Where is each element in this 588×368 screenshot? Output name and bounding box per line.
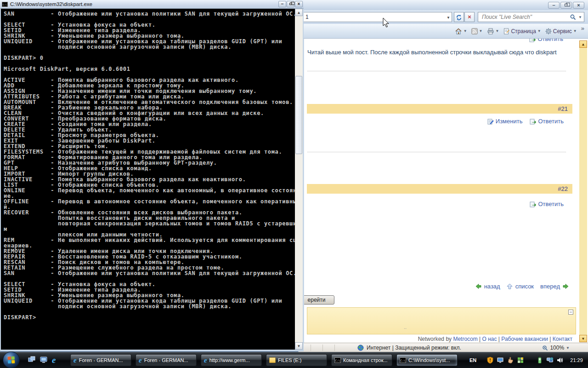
footer-link[interactable]: Metrocom <box>453 336 477 342</box>
taskbar-clock[interactable]: 21:29 <box>570 357 583 363</box>
folder-icon <box>269 357 276 363</box>
forum-post-text: Читай выше мой пост. После каждой выполн… <box>307 49 557 56</box>
refresh-button[interactable] <box>454 12 464 22</box>
taskbar-button[interactable]: FILES (E:) <box>266 354 327 366</box>
footer-prefix: Networked by <box>418 336 452 342</box>
nav-list-link[interactable]: список <box>507 283 534 290</box>
nav-back-link[interactable]: назад <box>475 283 500 290</box>
console-title: C:\Windows\system32\diskpart.exe <box>10 1 92 7</box>
feeds-dropdown-icon[interactable]: ▼ <box>479 29 483 33</box>
panel-collapse-icon[interactable]: – <box>568 310 573 315</box>
console-scroll-down-icon[interactable]: ▼ <box>295 342 303 350</box>
console-close-button[interactable]: × <box>295 1 303 7</box>
scroll-down-icon[interactable]: ▼ <box>579 335 587 342</box>
gear-icon <box>545 28 552 34</box>
console-restore-button[interactable] <box>287 1 294 7</box>
page-menu-button[interactable]: Страница ▼ <box>503 28 541 34</box>
console-scroll-up-icon[interactable]: ▲ <box>295 9 303 16</box>
browser-titlebar[interactable]: – × <box>299 0 588 10</box>
search-dropdown-icon[interactable]: ▼ <box>578 15 582 19</box>
zoom-dropdown-icon[interactable]: ▼ <box>566 346 570 350</box>
console-text: SAN - Отображение или установка политики… <box>4 11 296 320</box>
rss-feed-icon <box>471 28 478 34</box>
go-button[interactable]: ерейти <box>304 295 334 305</box>
search-icon[interactable] <box>570 14 576 20</box>
stop-button[interactable]: × <box>464 12 475 22</box>
browser-restore-button[interactable] <box>560 2 572 9</box>
address-dropdown-icon[interactable]: ▼ <box>447 16 450 20</box>
home-button[interactable]: ▼ <box>455 28 467 35</box>
reply-link[interactable]: Ответить <box>530 118 564 125</box>
browser-window: – × 1 ▼ × Поиск "Live Search" <box>298 0 588 352</box>
address-input[interactable]: 1 ▼ <box>300 12 452 22</box>
post-22-number[interactable]: #22 <box>558 185 568 192</box>
tray-battery-icon[interactable] <box>536 356 543 364</box>
footer-link[interactable]: О нас <box>482 336 497 342</box>
tools-menu-button[interactable]: Сервис ▼ <box>545 28 577 34</box>
browser-minimize-button[interactable]: – <box>548 2 560 9</box>
tray-hand-icon[interactable] <box>507 356 514 364</box>
post-21-actions: Изменить Ответить <box>487 118 564 125</box>
desktop: – × 1 ▼ × Поиск "Live Search" <box>0 0 588 368</box>
quick-launch-bar: e <box>28 356 60 364</box>
taskbar-button[interactable]: C:\C:\Windows\syst... <box>396 354 458 366</box>
tray-display-icon[interactable] <box>497 356 504 364</box>
print-button[interactable]: ▼ <box>487 28 499 35</box>
edit-label: Изменить <box>496 118 523 125</box>
language-indicator[interactable]: EN <box>469 357 476 363</box>
post-21-number[interactable]: #21 <box>558 105 568 112</box>
internet-explorer-icon[interactable]: e <box>52 356 60 364</box>
feeds-button[interactable]: ▼ <box>471 28 483 34</box>
taskbar-button[interactable]: C:\Командная строк... <box>331 354 392 366</box>
edit-link[interactable]: Изменить <box>487 118 523 125</box>
footer-links: Metrocom | О нас | Рабочие вакансии | Ко… <box>453 336 572 342</box>
nav-forward-link[interactable]: вперед <box>540 283 569 290</box>
refresh-icon <box>456 14 462 20</box>
scroll-up-icon[interactable]: ▲ <box>579 40 587 48</box>
footer-link[interactable]: Контакт <box>553 336 572 342</box>
post-separator <box>307 71 566 71</box>
taskbar-button[interactable]: eForen - GERMAN... <box>70 354 131 366</box>
forum-page-content: Ответить Читай выше мой пост. После кажд… <box>304 39 588 343</box>
tray-app-icon[interactable] <box>517 356 524 364</box>
address-value: 1 <box>305 14 309 20</box>
taskbar-button[interactable]: ehttp://www.germ... <box>201 354 262 366</box>
print-dropdown-icon[interactable]: ▼ <box>496 29 499 33</box>
console-app-icon: C:\ <box>2 2 8 7</box>
reply-link[interactable]: Ответить <box>530 201 564 207</box>
footer-link[interactable]: Рабочие вакансии <box>501 336 548 342</box>
search-placeholder: Поиск "Live Search" <box>482 14 532 20</box>
top-reply-link-clipped[interactable]: Ответить <box>529 39 563 42</box>
post-separator <box>307 152 566 152</box>
tray-network-icon[interactable] <box>546 356 554 364</box>
internet-explorer-icon: e <box>204 357 207 363</box>
page-dropdown-icon[interactable]: ▼ <box>537 29 541 33</box>
tray-security-shield-icon[interactable] <box>486 356 494 364</box>
reply22-label: Ответить <box>538 201 564 207</box>
home-dropdown-icon[interactable]: ▼ <box>464 29 467 33</box>
quick-reply-panel: – .. <box>307 307 576 334</box>
post-22-header-bar: #22 <box>307 184 572 194</box>
console-window-border <box>0 350 304 351</box>
page-scrollbar[interactable]: ▲ ▼ <box>579 40 587 342</box>
console-minimize-button[interactable]: – <box>278 1 286 7</box>
taskbar-button-label: http://www.germ... <box>209 357 250 363</box>
edit-icon <box>487 118 494 125</box>
tools-dropdown-icon[interactable]: ▼ <box>573 29 577 33</box>
taskbar-button[interactable]: eForen - GERMAN... <box>136 354 197 366</box>
show-desktop-icon[interactable] <box>40 356 48 364</box>
console-scrollbar-thumb[interactable] <box>295 76 302 154</box>
search-input[interactable]: Поиск "Live Search" ▼ <box>478 12 584 22</box>
tray-volume-icon[interactable] <box>556 356 564 364</box>
zoom-control[interactable]: 100% ▼ <box>542 345 570 351</box>
reply-icon <box>530 118 536 125</box>
switch-windows-icon[interactable] <box>28 356 36 364</box>
console-client-area[interactable]: SAN - Отображение или установка политики… <box>1 9 303 350</box>
console-titlebar[interactable]: C:\ C:\Windows\system32\diskpart.exe – × <box>0 0 304 9</box>
command-bar-overflow-icon[interactable]: » <box>581 25 584 32</box>
console-scrollbar[interactable]: ▲ ▼ <box>295 9 303 350</box>
start-button[interactable] <box>3 351 20 368</box>
browser-close-button[interactable]: × <box>573 2 584 9</box>
console-icon: C:\ <box>400 357 406 363</box>
browser-status-bar: Интернет | Защищенный режим: вкл. 100% ▼ <box>299 343 588 352</box>
